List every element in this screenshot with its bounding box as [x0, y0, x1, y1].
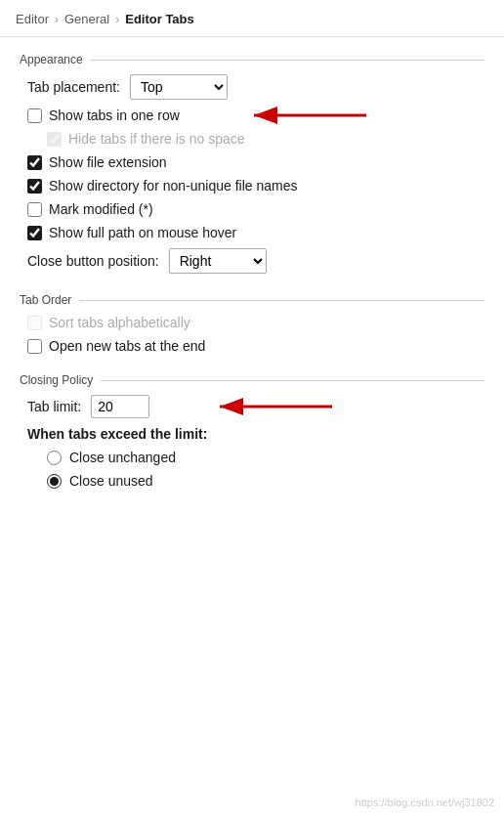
close-unchanged-label: Close unchanged — [69, 450, 176, 465]
when-exceed-label: When tabs exceed the limit: — [20, 426, 484, 442]
breadcrumb-sep-2: › — [115, 13, 119, 26]
sort-alphabetically-checkbox[interactable] — [27, 316, 42, 330]
breadcrumb-general[interactable]: General — [64, 12, 109, 26]
open-new-tabs-label: Open new tabs at the end — [49, 338, 205, 354]
show-full-path-row: Show full path on mouse hover — [20, 225, 484, 240]
tab-placement-select[interactable]: Top Bottom Left Right — [130, 74, 228, 100]
close-unused-radio[interactable] — [47, 474, 62, 489]
close-unchanged-row: Close unchanged — [20, 450, 484, 465]
tab-order-section: Tab Order Sort tabs alphabetically Open … — [20, 293, 484, 354]
close-button-position-label: Close button position: — [27, 253, 159, 269]
show-tabs-one-row-row: Show tabs in one row — [20, 108, 484, 123]
close-button-position-row: Close button position: Right Left None — [20, 248, 484, 274]
close-unused-row: Close unused — [20, 473, 484, 489]
closing-policy-header: Closing Policy — [20, 373, 484, 387]
hide-tabs-checkbox[interactable] — [47, 132, 62, 147]
show-directory-label: Show directory for non-unique file names — [49, 178, 297, 194]
settings-content: Appearance Tab placement: Top Bottom Lef… — [0, 37, 504, 524]
sort-alphabetically-row: Sort tabs alphabetically — [20, 315, 484, 330]
tab-placement-row: Tab placement: Top Bottom Left Right — [20, 74, 484, 100]
mark-modified-label: Mark modified (*) — [49, 201, 153, 217]
tab-placement-label: Tab placement: — [27, 79, 120, 95]
show-file-extension-row: Show file extension — [20, 154, 484, 170]
hide-tabs-row: Hide tabs if there is no space — [20, 131, 484, 147]
mark-modified-row: Mark modified (*) — [20, 201, 484, 217]
watermark: https://blog.csdn.net/wj31802 — [356, 796, 494, 808]
show-full-path-label: Show full path on mouse hover — [49, 225, 236, 240]
open-new-tabs-row: Open new tabs at the end — [20, 338, 484, 354]
arrow-tab-limit — [210, 392, 337, 421]
close-button-position-select[interactable]: Right Left None — [169, 248, 267, 274]
show-directory-row: Show directory for non-unique file names — [20, 178, 484, 194]
breadcrumb-current: Editor Tabs — [125, 12, 194, 26]
show-tabs-one-row-label: Show tabs in one row — [49, 108, 180, 123]
close-unused-label: Close unused — [69, 473, 153, 489]
breadcrumb-editor[interactable]: Editor — [16, 12, 49, 26]
show-tabs-one-row-checkbox[interactable] — [27, 108, 42, 123]
appearance-section: Appearance Tab placement: Top Bottom Lef… — [20, 53, 484, 274]
close-unchanged-radio[interactable] — [47, 451, 62, 465]
show-file-extension-checkbox[interactable] — [27, 155, 42, 170]
hide-tabs-label: Hide tabs if there is no space — [68, 131, 245, 147]
breadcrumb: Editor › General › Editor Tabs — [0, 0, 504, 37]
closing-policy-section: Closing Policy Tab limit: When tabs exce… — [20, 373, 484, 489]
show-full-path-checkbox[interactable] — [27, 226, 42, 240]
sort-alphabetically-label: Sort tabs alphabetically — [49, 315, 190, 330]
show-file-extension-label: Show file extension — [49, 154, 167, 170]
tab-limit-label: Tab limit: — [27, 399, 81, 414]
tab-limit-input[interactable] — [91, 395, 149, 418]
open-new-tabs-checkbox[interactable] — [27, 339, 42, 354]
mark-modified-checkbox[interactable] — [27, 202, 42, 217]
show-directory-checkbox[interactable] — [27, 179, 42, 194]
breadcrumb-sep-1: › — [55, 13, 59, 26]
appearance-header: Appearance — [20, 53, 484, 66]
tab-order-header: Tab Order — [20, 293, 484, 307]
tab-limit-row: Tab limit: — [20, 395, 484, 418]
arrow-show-tabs — [244, 101, 371, 130]
